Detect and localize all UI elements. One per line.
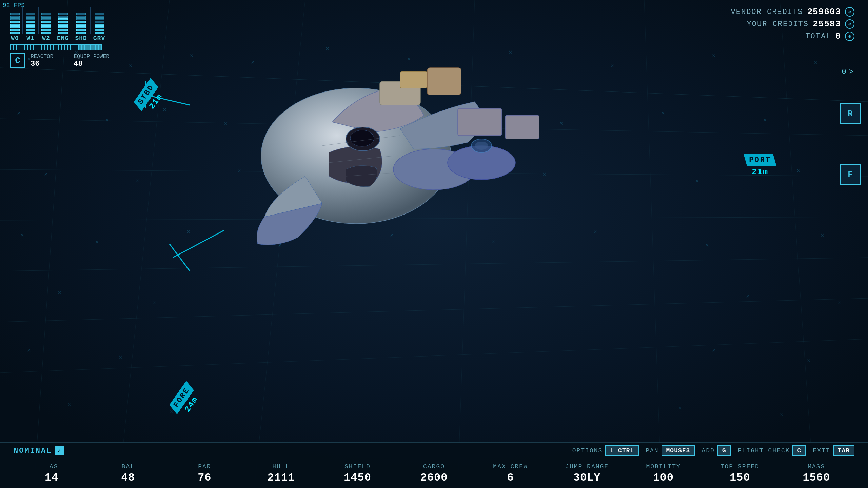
- bar-segment: [76, 29, 86, 31]
- control-label: PAN: [646, 447, 658, 454]
- stat-col-max-crew: MAX CREW6: [472, 463, 549, 484]
- bar-segment: [76, 21, 86, 23]
- control-key[interactable]: G: [717, 445, 731, 456]
- stat-value: 150: [705, 471, 775, 484]
- reactor-row: C REACTOR 36 EQUIP POWER 48: [10, 53, 110, 68]
- your-credits-row: YOUR CREDITS 25583 ⊕: [731, 19, 854, 29]
- port-dimension-group: PORT 21m: [744, 154, 776, 177]
- bar-segment: [41, 29, 51, 31]
- f-button[interactable]: F: [840, 164, 861, 185]
- your-credits-icon: ⊕: [845, 19, 854, 29]
- stat-col-hull: HULL2111: [243, 463, 320, 484]
- nominal-check: ✓: [55, 446, 64, 455]
- equip-seg: [31, 45, 33, 50]
- control-item-pan: PANMOUSE3: [646, 445, 695, 456]
- bar-segment: [58, 21, 68, 23]
- bar-segment: [58, 13, 68, 15]
- stat-value: 14: [17, 471, 86, 484]
- bar-segment: [76, 16, 86, 18]
- port-value: 21m: [744, 167, 776, 177]
- equip-seg: [22, 45, 24, 50]
- vendor-credits-row: VENDOR CREDITS 259603 ⊕: [731, 7, 854, 17]
- stat-value: 1560: [782, 471, 851, 484]
- stat-col-shield: SHIELD1450: [319, 463, 396, 484]
- control-key[interactable]: C: [792, 445, 806, 456]
- svg-rect-75: [458, 108, 502, 136]
- bar-segment: [58, 26, 68, 28]
- stat-col-cargo: CARGO2600: [396, 463, 473, 484]
- reactor-label: REACTOR: [31, 54, 53, 60]
- bar-segment: [10, 16, 20, 18]
- equip-bar-track: [10, 44, 102, 50]
- your-credits-value: 25583: [813, 19, 841, 29]
- equip-seg: [73, 45, 75, 50]
- bar-segment: [26, 16, 35, 18]
- reactor-grade: C: [10, 53, 25, 68]
- stat-col-par: PAR76: [166, 463, 243, 484]
- bar-label-w2: W2: [42, 35, 50, 42]
- power-bar-w2: W2: [41, 7, 51, 42]
- bar-segment: [58, 29, 68, 31]
- equip-seg: [56, 45, 58, 50]
- bar-segment: [26, 21, 35, 23]
- stat-label: CARGO: [399, 463, 469, 470]
- equip-seg: [59, 45, 61, 50]
- equip-seg: [45, 45, 47, 50]
- bar-segment: [76, 13, 86, 15]
- bar-segment: [10, 24, 20, 26]
- bar-segment: [41, 26, 51, 28]
- bar-segment: [58, 24, 68, 26]
- stat-label: MASS: [782, 463, 851, 470]
- equip-seg: [14, 45, 16, 50]
- controls-row: NOMINAL ✓ OPTIONSL CTRLPANMOUSE3ADDGFLIG…: [0, 443, 868, 459]
- bar-segment: [41, 24, 51, 26]
- control-key[interactable]: MOUSE3: [662, 445, 695, 456]
- r-button[interactable]: R: [840, 103, 861, 124]
- bar-segment: [95, 16, 104, 18]
- counter-dash: —: [856, 68, 861, 76]
- svg-rect-74: [427, 68, 461, 95]
- stat-value: 30LY: [552, 471, 622, 484]
- stat-value: 2600: [399, 471, 469, 484]
- port-label: PORT: [744, 154, 776, 166]
- bar-segment: [95, 32, 104, 34]
- equip-seg: [85, 45, 87, 50]
- stat-col-jump-range: JUMP RANGE30LY: [549, 463, 626, 484]
- bar-segment: [95, 21, 104, 23]
- vendor-credits-icon: ⊕: [845, 7, 854, 17]
- equip-seg: [87, 45, 90, 50]
- bar-segment: [58, 32, 68, 34]
- control-item-add: ADDG: [702, 445, 731, 456]
- bar-segment: [26, 24, 35, 26]
- stat-label: LAS: [17, 463, 86, 470]
- power-bar-w1: W1: [26, 7, 35, 42]
- equip-seg: [36, 45, 38, 50]
- equip-seg: [68, 45, 70, 50]
- equip-seg: [76, 45, 78, 50]
- your-credits-label: YOUR CREDITS: [747, 20, 809, 28]
- equip-seg: [39, 45, 41, 50]
- stat-col-bal: BAL48: [90, 463, 167, 484]
- bar-segment: [41, 18, 51, 20]
- svg-point-78: [350, 130, 374, 146]
- bar-segment: [76, 18, 86, 20]
- bar-label-w0: W0: [11, 35, 19, 42]
- hud-right-buttons: 0 > — R F: [840, 68, 861, 185]
- equip-seg: [28, 45, 30, 50]
- power-bars-container: W0W1W2ENGSHDGRV: [10, 7, 110, 42]
- control-item-flight-check: FLIGHT CHECKC: [738, 445, 806, 456]
- control-item-options: OPTIONSL CTRL: [572, 445, 639, 456]
- equip-seg: [17, 45, 19, 50]
- hud-topright: VENDOR CREDITS 259603 ⊕ YOUR CREDITS 255…: [731, 7, 854, 43]
- bar-segment: [41, 32, 51, 34]
- equip-seg: [42, 45, 44, 50]
- control-key[interactable]: L CTRL: [605, 445, 639, 456]
- equip-seg: [91, 45, 93, 50]
- svg-rect-76: [505, 115, 539, 139]
- bar-segment: [26, 32, 35, 34]
- bar-segment: [58, 16, 68, 18]
- counter-sep: >: [849, 68, 853, 76]
- power-bar-grv: GRV: [93, 7, 105, 42]
- control-key[interactable]: TAB: [833, 445, 854, 456]
- total-credits-label: TOTAL: [805, 32, 831, 41]
